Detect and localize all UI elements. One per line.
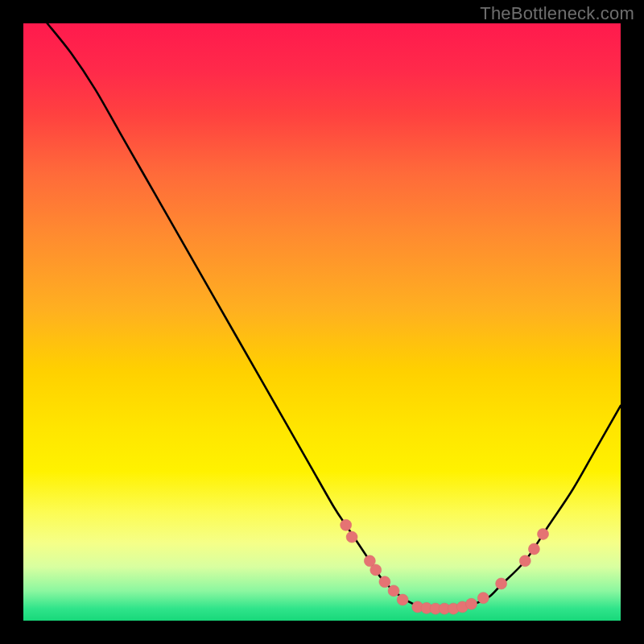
chart-svg [23,23,621,621]
data-marker [388,585,399,597]
data-marker [496,578,507,589]
data-marker [346,531,357,543]
data-marker [528,543,539,555]
data-marker [397,594,408,605]
data-marker [341,519,352,530]
data-marker [370,564,382,576]
data-marker [466,598,477,609]
data-markers [341,519,549,614]
data-marker [538,528,549,539]
data-marker [477,592,489,604]
plot-area [23,23,621,621]
bottleneck-curve [47,23,621,609]
data-marker [519,555,530,567]
chart-stage: TheBottleneck.com [0,0,644,644]
watermark-text: TheBottleneck.com [480,3,634,24]
data-marker [379,576,390,588]
